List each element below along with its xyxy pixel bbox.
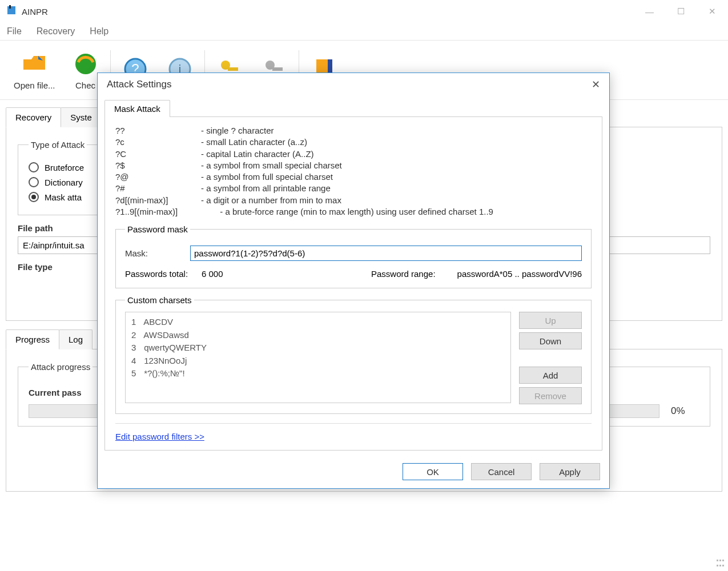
dialog-close-button[interactable]: ✕: [592, 78, 600, 91]
toolbar-open-file[interactable]: Open file...: [6, 41, 63, 99]
svg-rect-1: [9, 5, 11, 9]
password-range-label: Password range:: [371, 269, 436, 279]
password-range-value: passwordA*05 .. passwordVV!96: [457, 269, 582, 279]
resize-grip[interactable]: [717, 560, 726, 569]
ref-code: ?$: [115, 160, 201, 171]
titlebar: AINPR — ☐ ✕: [0, 0, 728, 23]
app-title: AINPR: [22, 7, 48, 17]
globe-refresh-icon: [71, 50, 100, 78]
tab-mask-attack[interactable]: Mask Attack: [104, 100, 170, 117]
tab-log[interactable]: Log: [59, 329, 92, 349]
radio-dictionary-label: Dictionary: [45, 178, 83, 187]
dialog-body: Mask Attack ??- single ? character ?c- s…: [98, 96, 609, 460]
charset-list[interactable]: 1 ABCDV 2 AWSDawsd 3 qwertyQWERTY 4 123N…: [125, 312, 511, 403]
tab-progress[interactable]: Progress: [6, 329, 59, 349]
menu-recovery[interactable]: Recovery: [37, 26, 75, 37]
charset-row[interactable]: 5 *?():%;№"!: [131, 367, 505, 380]
charset-side-buttons: Up Down Add Remove: [519, 312, 582, 404]
toolbar-check-label: Chec: [75, 81, 95, 90]
dialog-header: Attack Settings ✕: [98, 73, 609, 96]
radio-icon: [29, 177, 39, 187]
radio-mask-label: Mask atta: [45, 192, 82, 202]
folder-open-icon: [20, 50, 49, 78]
menu-file[interactable]: File: [7, 26, 22, 37]
mask-label: Mask:: [125, 248, 182, 258]
dialog-footer: OK Cancel Apply: [98, 460, 609, 488]
charset-row[interactable]: 1 ABCDV: [131, 316, 505, 329]
ref-desc: - small Latin character (a..z): [201, 137, 307, 147]
ref-desc: - a digit or a number from min to max: [201, 195, 341, 205]
ref-desc: - single ? character: [201, 126, 274, 135]
toolbar-open-label: Open file...: [14, 81, 55, 90]
ref-code: ?#: [115, 183, 201, 194]
password-mask-group: Password mask Mask: Passwords total: 6 0…: [115, 224, 592, 288]
progress-percent: 0%: [671, 405, 699, 417]
custom-charsets-group: Custom charsets 1 ABCDV 2 AWSDawsd 3 qwe…: [115, 295, 592, 414]
ref-desc: - a brute-force range (min to max length…: [201, 207, 493, 216]
ref-desc: - a symbol from small special charset: [201, 160, 342, 170]
charset-row[interactable]: 3 qwertyQWERTY: [131, 341, 505, 355]
ref-code: ?C: [115, 148, 201, 160]
radio-icon: [29, 192, 39, 202]
passwords-total-label: Passwords total:: [125, 269, 194, 279]
remove-button[interactable]: Remove: [519, 387, 582, 404]
app-icon: [6, 5, 17, 18]
menubar: File Recovery Help: [0, 23, 728, 40]
window-controls: — ☐ ✕: [634, 0, 728, 23]
ok-button[interactable]: OK: [403, 463, 463, 480]
tab-system[interactable]: Syste: [61, 107, 102, 127]
attack-settings-dialog: Attack Settings ✕ Mask Attack ??- single…: [97, 73, 610, 489]
cancel-button[interactable]: Cancel: [471, 463, 532, 480]
type-of-attack-label: Type of Attack: [29, 140, 87, 150]
ref-code: ??: [115, 125, 201, 136]
mask-attack-panel: ??- single ? character ?c- small Latin c…: [104, 116, 602, 451]
passwords-total-value: 6 000: [202, 269, 223, 279]
ref-desc: - a symbol from all printable range: [201, 183, 331, 193]
svg-rect-10: [272, 67, 283, 71]
charset-row[interactable]: 4 123NnOoJj: [131, 355, 505, 368]
dialog-title: Attack Settings: [107, 79, 171, 90]
close-button[interactable]: ✕: [697, 0, 728, 23]
charset-row[interactable]: 2 AWSDawsd: [131, 329, 505, 342]
ref-code: ?c: [115, 136, 201, 148]
down-button[interactable]: Down: [519, 332, 582, 349]
main-window: AINPR — ☐ ✕ File Recovery Help Open file…: [0, 0, 728, 571]
radio-bruteforce-label: Bruteforce: [45, 163, 84, 172]
ref-code: ?1..9[(min-max)]: [115, 206, 201, 218]
radio-icon: [29, 162, 39, 172]
ref-desc: - capital Latin character (A..Z): [201, 149, 314, 159]
ref-code: ?d[(min-max)]: [115, 195, 201, 206]
tab-recovery[interactable]: Recovery: [6, 107, 61, 127]
menu-help[interactable]: Help: [90, 26, 108, 37]
edit-password-filters-link[interactable]: Edit password filters >>: [115, 432, 204, 441]
attack-progress-label: Attack progress: [29, 362, 92, 372]
svg-rect-8: [228, 67, 238, 71]
apply-button[interactable]: Apply: [540, 463, 600, 480]
minimize-button[interactable]: —: [634, 0, 665, 23]
ref-code: ?@: [115, 171, 201, 183]
mask-reference: ??- single ? character ?c- small Latin c…: [115, 125, 592, 218]
svg-rect-0: [7, 6, 15, 14]
add-button[interactable]: Add: [519, 367, 582, 384]
up-button[interactable]: Up: [519, 312, 582, 329]
ref-desc: - a symbol from full special charset: [201, 172, 333, 182]
custom-charsets-legend: Custom charsets: [125, 295, 194, 305]
maximize-button[interactable]: ☐: [665, 0, 697, 23]
mask-input[interactable]: [190, 246, 582, 261]
password-mask-legend: Password mask: [125, 224, 190, 234]
